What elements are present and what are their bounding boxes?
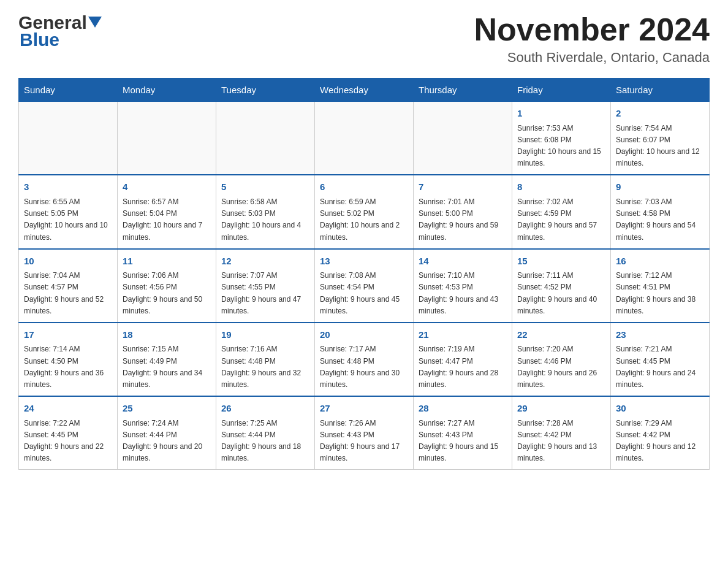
day-number: 17 <box>24 328 112 342</box>
calendar-cell: 15Sunrise: 7:11 AMSunset: 4:52 PMDayligh… <box>512 249 611 323</box>
day-number: 11 <box>123 255 211 269</box>
day-number: 9 <box>616 180 704 194</box>
calendar-cell: 18Sunrise: 7:15 AMSunset: 4:49 PMDayligh… <box>118 323 216 396</box>
calendar-table: SundayMondayTuesdayWednesdayThursdayFrid… <box>18 78 710 470</box>
calendar-week-row: 10Sunrise: 7:04 AMSunset: 4:57 PMDayligh… <box>19 249 710 323</box>
day-number: 21 <box>419 328 507 342</box>
day-info: Sunrise: 7:16 AMSunset: 4:48 PMDaylight:… <box>221 343 309 391</box>
calendar-header-saturday: Saturday <box>611 79 710 102</box>
day-info: Sunrise: 7:24 AMSunset: 4:44 PMDaylight:… <box>123 418 211 465</box>
day-info: Sunrise: 7:54 AMSunset: 6:07 PMDaylight:… <box>616 123 704 170</box>
day-number: 22 <box>517 328 605 342</box>
calendar-cell: 2Sunrise: 7:54 AMSunset: 6:07 PMDaylight… <box>611 102 710 175</box>
calendar-cell: 12Sunrise: 7:07 AMSunset: 4:55 PMDayligh… <box>216 249 315 323</box>
day-number: 14 <box>419 255 507 269</box>
day-number: 23 <box>616 328 704 342</box>
calendar-header-sunday: Sunday <box>19 79 118 102</box>
calendar-cell: 10Sunrise: 7:04 AMSunset: 4:57 PMDayligh… <box>19 249 118 323</box>
calendar-week-row: 3Sunrise: 6:55 AMSunset: 5:05 PMDaylight… <box>19 175 710 248</box>
calendar-cell: 20Sunrise: 7:17 AMSunset: 4:48 PMDayligh… <box>315 323 414 396</box>
day-info: Sunrise: 7:27 AMSunset: 4:43 PMDaylight:… <box>419 418 507 465</box>
day-info: Sunrise: 7:25 AMSunset: 4:44 PMDaylight:… <box>221 418 309 465</box>
calendar-cell <box>118 102 216 175</box>
svg-marker-0 <box>88 17 102 28</box>
calendar-cell: 29Sunrise: 7:28 AMSunset: 4:42 PMDayligh… <box>512 396 611 470</box>
calendar-week-row: 1Sunrise: 7:53 AMSunset: 6:08 PMDaylight… <box>19 102 710 175</box>
day-number: 18 <box>123 328 211 342</box>
day-info: Sunrise: 6:55 AMSunset: 5:05 PMDaylight:… <box>24 196 112 243</box>
day-number: 5 <box>221 180 309 194</box>
day-number: 6 <box>320 180 408 194</box>
calendar-cell: 23Sunrise: 7:21 AMSunset: 4:45 PMDayligh… <box>611 323 710 396</box>
day-info: Sunrise: 7:02 AMSunset: 4:59 PMDaylight:… <box>517 196 605 243</box>
day-number: 26 <box>221 402 309 416</box>
calendar-cell: 24Sunrise: 7:22 AMSunset: 4:45 PMDayligh… <box>19 396 118 470</box>
day-number: 8 <box>517 180 605 194</box>
day-info: Sunrise: 7:21 AMSunset: 4:45 PMDaylight:… <box>616 343 704 391</box>
calendar-cell: 5Sunrise: 6:58 AMSunset: 5:03 PMDaylight… <box>216 175 315 248</box>
calendar-cell: 6Sunrise: 6:59 AMSunset: 5:02 PMDaylight… <box>315 175 414 248</box>
calendar-cell: 1Sunrise: 7:53 AMSunset: 6:08 PMDaylight… <box>512 102 611 175</box>
day-number: 28 <box>419 402 507 416</box>
day-number: 12 <box>221 255 309 269</box>
day-number: 25 <box>123 402 211 416</box>
day-info: Sunrise: 6:57 AMSunset: 5:04 PMDaylight:… <box>123 196 211 243</box>
calendar-header-wednesday: Wednesday <box>315 79 414 102</box>
day-number: 16 <box>616 255 704 269</box>
day-info: Sunrise: 7:22 AMSunset: 4:45 PMDaylight:… <box>24 418 112 465</box>
calendar-cell <box>414 102 512 175</box>
day-number: 1 <box>517 107 605 121</box>
day-number: 29 <box>517 402 605 416</box>
day-number: 10 <box>24 255 112 269</box>
main-title: November 2024 <box>474 12 710 47</box>
calendar-cell: 16Sunrise: 7:12 AMSunset: 4:51 PMDayligh… <box>611 249 710 323</box>
calendar-cell: 26Sunrise: 7:25 AMSunset: 4:44 PMDayligh… <box>216 396 315 470</box>
day-number: 13 <box>320 255 408 269</box>
calendar-cell: 30Sunrise: 7:29 AMSunset: 4:42 PMDayligh… <box>611 396 710 470</box>
logo-triangle-icon <box>88 17 102 30</box>
calendar-cell: 4Sunrise: 6:57 AMSunset: 5:04 PMDaylight… <box>118 175 216 248</box>
day-info: Sunrise: 7:11 AMSunset: 4:52 PMDaylight:… <box>517 270 605 317</box>
day-number: 4 <box>123 180 211 194</box>
calendar-cell: 19Sunrise: 7:16 AMSunset: 4:48 PMDayligh… <box>216 323 315 396</box>
day-info: Sunrise: 6:59 AMSunset: 5:02 PMDaylight:… <box>320 196 408 243</box>
calendar-header-thursday: Thursday <box>414 79 512 102</box>
day-info: Sunrise: 7:03 AMSunset: 4:58 PMDaylight:… <box>616 196 704 243</box>
header: General Blue November 2024 South Riverda… <box>18 12 710 66</box>
calendar-cell: 14Sunrise: 7:10 AMSunset: 4:53 PMDayligh… <box>414 249 512 323</box>
day-info: Sunrise: 7:26 AMSunset: 4:43 PMDaylight:… <box>320 418 408 465</box>
day-info: Sunrise: 7:15 AMSunset: 4:49 PMDaylight:… <box>123 343 211 391</box>
calendar-cell: 8Sunrise: 7:02 AMSunset: 4:59 PMDaylight… <box>512 175 611 248</box>
subtitle: South Riverdale, Ontario, Canada <box>474 50 710 66</box>
day-info: Sunrise: 7:06 AMSunset: 4:56 PMDaylight:… <box>123 270 211 317</box>
day-info: Sunrise: 7:28 AMSunset: 4:42 PMDaylight:… <box>517 418 605 465</box>
calendar-cell: 22Sunrise: 7:20 AMSunset: 4:46 PMDayligh… <box>512 323 611 396</box>
calendar-cell: 21Sunrise: 7:19 AMSunset: 4:47 PMDayligh… <box>414 323 512 396</box>
calendar-header-row: SundayMondayTuesdayWednesdayThursdayFrid… <box>19 79 710 102</box>
day-info: Sunrise: 7:04 AMSunset: 4:57 PMDaylight:… <box>24 270 112 317</box>
day-number: 20 <box>320 328 408 342</box>
day-info: Sunrise: 7:01 AMSunset: 5:00 PMDaylight:… <box>419 196 507 243</box>
calendar-cell: 11Sunrise: 7:06 AMSunset: 4:56 PMDayligh… <box>118 249 216 323</box>
logo: General Blue <box>18 12 102 50</box>
calendar-cell: 13Sunrise: 7:08 AMSunset: 4:54 PMDayligh… <box>315 249 414 323</box>
day-number: 30 <box>616 402 704 416</box>
day-info: Sunrise: 7:17 AMSunset: 4:48 PMDaylight:… <box>320 343 408 391</box>
day-number: 19 <box>221 328 309 342</box>
day-info: Sunrise: 7:29 AMSunset: 4:42 PMDaylight:… <box>616 418 704 465</box>
day-info: Sunrise: 7:53 AMSunset: 6:08 PMDaylight:… <box>517 123 605 170</box>
calendar-header-friday: Friday <box>512 79 611 102</box>
day-info: Sunrise: 7:14 AMSunset: 4:50 PMDaylight:… <box>24 343 112 391</box>
day-info: Sunrise: 7:12 AMSunset: 4:51 PMDaylight:… <box>616 270 704 317</box>
calendar-cell <box>19 102 118 175</box>
calendar-cell <box>315 102 414 175</box>
title-section: November 2024 South Riverdale, Ontario, … <box>474 12 710 66</box>
calendar-cell: 27Sunrise: 7:26 AMSunset: 4:43 PMDayligh… <box>315 396 414 470</box>
calendar-cell <box>216 102 315 175</box>
calendar-cell: 9Sunrise: 7:03 AMSunset: 4:58 PMDaylight… <box>611 175 710 248</box>
day-info: Sunrise: 7:10 AMSunset: 4:53 PMDaylight:… <box>419 270 507 317</box>
logo-blue: Blue <box>20 29 59 50</box>
calendar-header-monday: Monday <box>118 79 216 102</box>
calendar-cell: 17Sunrise: 7:14 AMSunset: 4:50 PMDayligh… <box>19 323 118 396</box>
calendar-cell: 3Sunrise: 6:55 AMSunset: 5:05 PMDaylight… <box>19 175 118 248</box>
